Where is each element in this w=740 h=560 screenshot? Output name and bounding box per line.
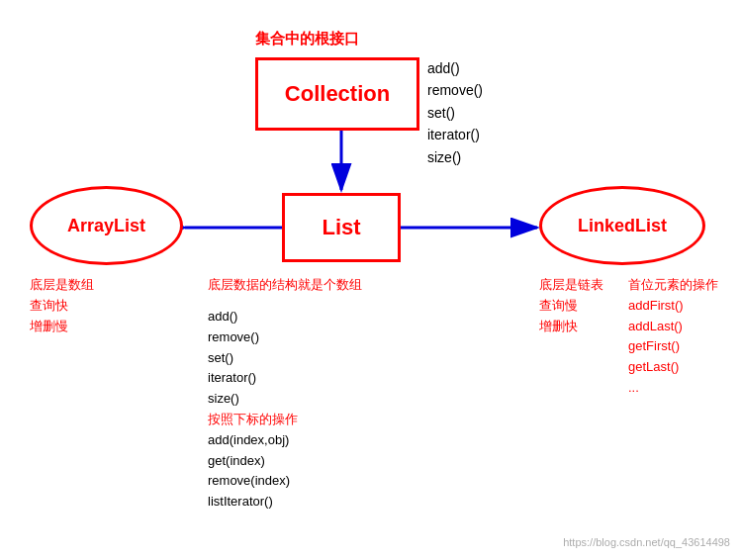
diagram-container: Collection 集合中的根接口 add() remove() set() …: [0, 0, 740, 560]
linkedlist-desc-1: 底层是链表: [539, 275, 603, 296]
list-subtitle-text: 底层数据的结构就是个数组: [208, 275, 362, 296]
linkedlist-method-getfirst: getFirst(): [628, 336, 718, 357]
list-method-list-iterator: listIterator(): [208, 492, 298, 513]
linkedlist-desc-2: 查询慢: [539, 296, 603, 317]
collection-methods: add() remove() set() iterator() size(): [427, 57, 483, 168]
linkedlist-method-addfirst: addFirst(): [628, 296, 718, 317]
collection-method-add: add(): [427, 57, 483, 79]
list-box: List: [282, 193, 401, 262]
linkedlist-extra-title: 首位元素的操作: [628, 275, 718, 296]
list-method-get: get(index): [208, 451, 298, 472]
linkedlist-extra-methods: 首位元素的操作 addFirst() addLast() getFirst() …: [628, 275, 718, 399]
arraylist-description: 底层是数组 查询快 增删慢: [30, 275, 94, 336]
watermark: https://blog.csdn.net/qq_43614498: [563, 536, 730, 548]
arraylist-label: ArrayList: [67, 216, 145, 236]
arraylist-desc-1: 底层是数组: [30, 275, 94, 296]
linkedlist-description: 底层是链表 查询慢 增删快: [539, 275, 603, 336]
linkedlist-method-etc: ...: [628, 378, 718, 399]
list-label: List: [322, 215, 360, 240]
arraylist-desc-2: 查询快: [30, 296, 94, 317]
linkedlist-method-getlast: getLast(): [628, 357, 718, 378]
list-methods: add() remove() set() iterator() size() 按…: [208, 307, 298, 513]
collection-method-remove: remove(): [427, 79, 483, 101]
list-method-add-index: add(index,obj): [208, 430, 298, 451]
list-index-ops-label: 按照下标的操作: [208, 410, 298, 430]
linkedlist-method-addlast: addLast(): [628, 317, 718, 337]
collection-root-label: 集合中的根接口: [255, 30, 359, 48]
list-method-remove-index: remove(index): [208, 471, 298, 492]
list-subtitle: 底层数据的结构就是个数组: [208, 275, 362, 296]
arraylist-desc-3: 增删慢: [30, 317, 94, 337]
linkedlist-label: LinkedList: [578, 216, 667, 236]
list-method-size: size(): [208, 389, 298, 410]
collection-method-set: set(): [427, 102, 483, 124]
list-method-add: add(): [208, 307, 298, 327]
collection-box: Collection: [255, 57, 419, 131]
arraylist-ellipse: ArrayList: [30, 186, 183, 265]
linkedlist-desc-3: 增删快: [539, 317, 603, 337]
collection-method-iterator: iterator(): [427, 124, 483, 145]
list-method-set: set(): [208, 348, 298, 369]
linkedlist-ellipse: LinkedList: [539, 186, 705, 265]
collection-method-size: size(): [427, 146, 483, 168]
collection-label: Collection: [285, 81, 390, 107]
list-method-remove: remove(): [208, 327, 298, 348]
list-method-iterator: iterator(): [208, 368, 298, 389]
